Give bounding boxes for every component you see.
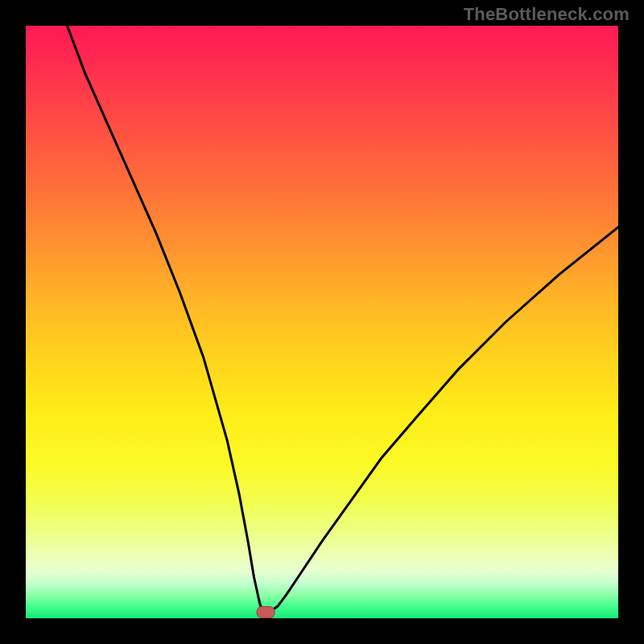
bottleneck-curve [68, 26, 619, 613]
watermark-text: TheBottleneck.com [464, 4, 630, 25]
chart-frame: TheBottleneck.com [0, 0, 644, 644]
curve-layer [26, 26, 618, 618]
minimum-marker [257, 607, 275, 618]
plot-area [26, 26, 618, 618]
